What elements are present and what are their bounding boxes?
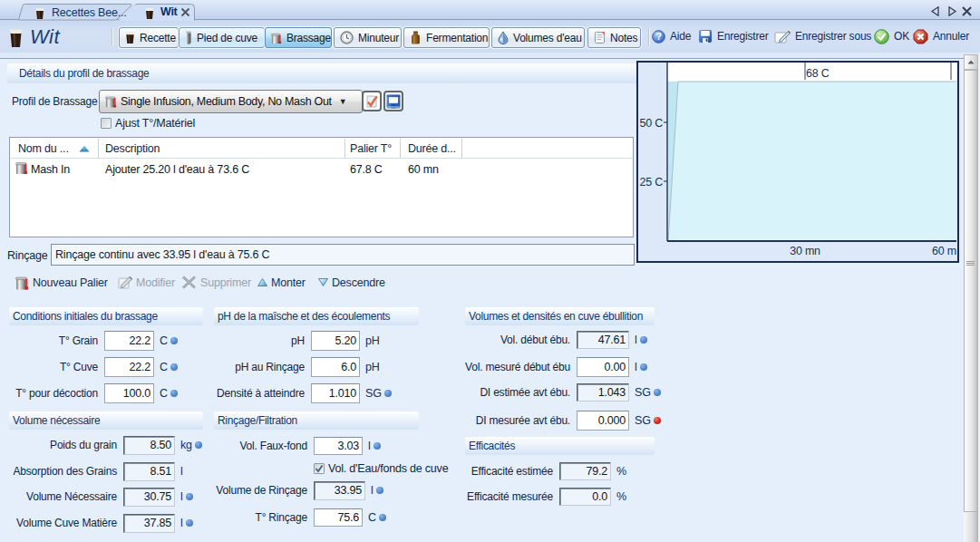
svg-text:50 C: 50 C [639, 117, 663, 130]
svg-text:68 C: 68 C [806, 67, 830, 80]
svg-text:30 mn: 30 mn [790, 245, 820, 257]
svg-text:60 m: 60 m [932, 245, 956, 257]
svg-text:?: ? [655, 31, 661, 42]
svg-text:25 C: 25 C [639, 176, 663, 189]
